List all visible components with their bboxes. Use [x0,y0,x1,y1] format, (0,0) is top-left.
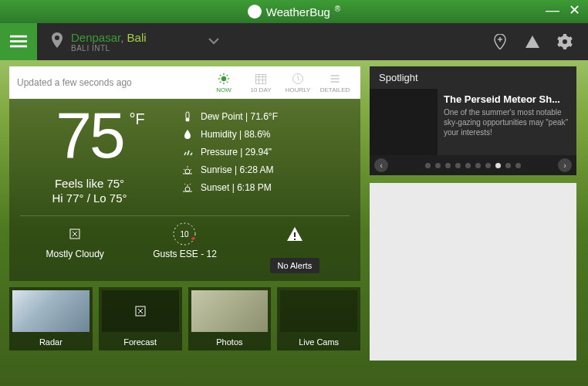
spotlight-panel: Spotlight The Perseid Meteor Sh... One o… [370,66,576,175]
dot[interactable] [475,163,481,168]
alerts-badge: No Alerts [270,258,320,273]
wind-gauge-icon: 10 [130,222,239,245]
forecast-thumb [102,290,179,332]
spotlight-next-button[interactable]: › [558,158,572,172]
svg-rect-12 [256,74,266,83]
dot[interactable] [445,163,451,168]
svg-rect-0 [10,36,27,38]
title-bar: WeatherBug ® — ✕ [0,0,588,23]
tab-detailed[interactable]: DETAILED [317,73,353,93]
card-livecams[interactable]: Live Cams [277,287,360,350]
add-location-icon[interactable] [492,34,508,49]
condition-cell: Mostly Cloudy [20,222,130,273]
svg-rect-2 [10,46,27,48]
location-selector[interactable]: Denpasar, Bali BALI INTL [71,31,147,52]
location-country: Bali [127,31,147,44]
hi-lo: Hi 77° / Lo 75° [20,191,159,205]
card-radar[interactable]: Radar [9,287,93,350]
svg-rect-1 [10,40,27,42]
location-dropdown-icon[interactable] [208,35,219,49]
current-row: 75 °F Feels like 75° Hi 77° / Lo 75° Dew… [20,108,350,205]
temperature-block: 75 °F Feels like 75° Hi 77° / Lo 75° [20,108,159,205]
svg-point-25 [185,187,190,191]
sunrise-icon [182,164,193,175]
livecams-thumb [280,290,357,332]
sunset-icon [182,182,193,193]
droplet-icon [182,129,193,140]
dot[interactable] [435,163,441,168]
svg-point-22 [186,118,190,122]
dot[interactable] [515,163,521,168]
toolbar-right [492,34,588,49]
card-photos[interactable]: Photos [188,287,272,350]
photos-thumb [191,290,269,332]
ad-slot [370,183,576,361]
alerts-cell[interactable]: No Alerts [240,222,350,273]
feels-like: Feels like 75° [20,177,159,190]
clock-icon [291,73,305,85]
svg-text:10: 10 [181,230,190,239]
brand: WeatherBug ® [248,5,340,19]
cloudy-icon [20,222,130,245]
detail-pressure: Pressure | 29.94" [182,147,278,157]
sun-icon [217,73,231,85]
spotlight-prev-button[interactable]: ‹ [374,158,388,172]
location-pin-icon [51,32,63,51]
close-button[interactable]: ✕ [569,5,580,15]
updated-text: Updated a few seconds ago [17,77,206,88]
menu-button[interactable] [0,23,37,60]
svg-rect-31 [294,232,296,237]
registered-icon: ® [335,5,340,13]
location-sub: BALI INTL [71,44,147,52]
detail-sunrise: Sunrise | 6:28 AM [182,164,278,175]
detail-dewpoint: Dew Point | 71.6°F [182,111,278,122]
view-tabs: NOW 10 DAY HOURLY DETAILED [206,73,353,93]
right-column: Spotlight The Perseid Meteor Sh... One o… [370,66,576,361]
svg-rect-32 [294,239,296,240]
current-conditions-panel: 75 °F Feels like 75° Hi 77° / Lo 75° Dew… [9,99,360,281]
tab-strip: Updated a few seconds ago NOW 10 DAY HOU… [9,66,360,99]
details-block: Dew Point | 71.6°F Humidity | 88.6% Pres… [182,108,278,205]
calendar-icon [254,73,268,85]
tab-10day[interactable]: 10 DAY [243,73,279,93]
minimize-button[interactable]: — [546,5,559,15]
svg-point-23 [185,169,190,174]
radar-thumb [12,290,90,332]
dot[interactable] [505,163,511,168]
detail-sunset: Sunset | 6:18 PM [182,182,278,193]
svg-line-9 [227,81,228,83]
thermometer-icon [182,111,193,122]
location-bar: Denpasar, Bali BALI INTL [0,23,588,60]
tab-now[interactable]: NOW [206,73,242,93]
spotlight-header: Spotlight [370,66,576,89]
svg-line-10 [220,81,221,83]
brand-text: WeatherBug [266,5,330,19]
content: Updated a few seconds ago NOW 10 DAY HOU… [0,60,588,370]
spotlight-title: The Perseid Meteor Sh... [444,93,570,105]
location-city: Denpasar [71,31,120,44]
svg-line-11 [227,74,228,76]
spotlight-desc: One of the summer's most notable sky-gaz… [444,107,570,137]
hamburger-icon [10,35,27,49]
alerts-icon[interactable] [525,34,540,49]
dot[interactable] [495,163,501,168]
tab-hourly[interactable]: HOURLY [280,73,316,93]
list-icon [328,73,342,85]
dot[interactable] [485,163,491,168]
svg-line-8 [220,74,221,76]
card-forecast[interactable]: Forecast [99,287,182,350]
svg-point-3 [221,76,226,80]
dot[interactable] [455,163,461,168]
alert-triangle-icon [240,222,350,245]
left-column: Updated a few seconds ago NOW 10 DAY HOU… [9,66,360,361]
svg-point-30 [191,237,194,240]
bottom-cards: Radar Forecast Photos Live Cams [9,287,360,350]
dot[interactable] [425,163,431,168]
settings-icon[interactable] [557,34,573,49]
dot[interactable] [465,163,471,168]
spotlight-nav: ‹ › [370,155,576,175]
spotlight-dots [388,163,558,168]
mid-row: Mostly Cloudy 10 Gusts ESE - 12 No Alert… [20,215,350,273]
spotlight-body[interactable]: The Perseid Meteor Sh... One of the summ… [370,89,576,175]
detail-humidity: Humidity | 88.6% [182,129,278,140]
